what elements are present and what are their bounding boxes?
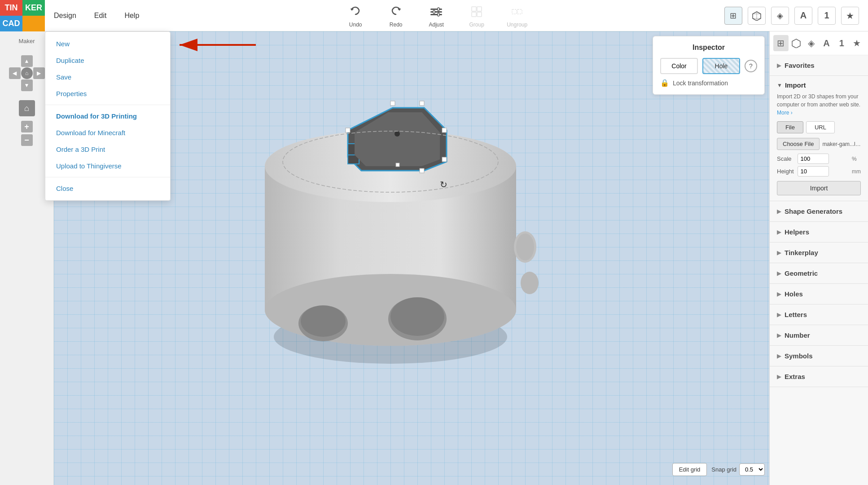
svg-rect-35 [442, 128, 447, 132]
menu-separator-1 [45, 105, 170, 105]
zoom-out-button[interactable]: − [21, 134, 33, 146]
edit-grid-button[interactable]: Edit grid [672, 463, 707, 476]
svg-rect-37 [420, 168, 424, 173]
number-arrow-icon: ▶ [777, 332, 781, 339]
tinkerplay-header[interactable]: ▶ Tinkerplay [770, 242, 868, 263]
symbols-arrow-icon: ▶ [777, 353, 781, 359]
sb-star-icon[interactable]: ★ [849, 35, 864, 51]
sb-grid-icon[interactable]: ⊞ [773, 35, 789, 51]
import-tabs: File URL [777, 121, 861, 133]
toolbar-center: Undo Redo Adjust [333, 4, 539, 28]
helpers-header[interactable]: ▶ Helpers [770, 222, 868, 242]
snap-grid-row: Snap grid 0.5 1 2 [711, 463, 765, 476]
import-file-name: maker-gam...logo.svg [822, 141, 861, 147]
logo: TIN KER CAD [0, 0, 45, 31]
favorites-arrow-icon: ▶ [777, 62, 781, 69]
nav-help[interactable]: Help [115, 0, 148, 31]
snap-grid-label: Snap grid [711, 466, 736, 473]
color-button[interactable]: Color [660, 58, 698, 74]
svg-rect-5 [438, 13, 439, 16]
view-number-icon[interactable]: 1 [818, 7, 836, 25]
ungroup-button[interactable]: Ungroup [504, 4, 530, 28]
nav-design[interactable]: Design [45, 0, 85, 31]
view-letter-icon[interactable]: A [794, 7, 812, 25]
help-button[interactable]: ? [745, 60, 757, 72]
menu-download-mc[interactable]: Download for Minecraft [45, 124, 170, 141]
undo-button[interactable]: Undo [342, 4, 369, 28]
import-tab-file[interactable]: File [777, 121, 803, 133]
extras-arrow-icon: ▶ [777, 374, 781, 380]
letters-header[interactable]: ▶ Letters [770, 304, 868, 325]
sidebar-symbols: ▶ Symbols [770, 346, 868, 366]
nav-arrow-up[interactable]: ▲ [21, 55, 33, 67]
nav-arrow-down[interactable]: ▼ [21, 79, 33, 91]
menu-properties[interactable]: Properties [45, 85, 170, 102]
nav-arrows-widget: ◀ ▶ ▲ ▼ ⌂ [9, 55, 45, 91]
menu-duplicate[interactable]: Duplicate [45, 52, 170, 69]
menu-save[interactable]: Save [45, 69, 170, 85]
lock-icon: 🔒 [660, 79, 669, 87]
menu-upload-thingiverse[interactable]: Upload to Thingiverse [45, 158, 170, 174]
import-description: Import 2D or 3D shapes from your compute… [777, 93, 861, 117]
number-header[interactable]: ▶ Number [770, 325, 868, 345]
geometric-header[interactable]: ▶ Geometric [770, 263, 868, 283]
inspector-color-row: Color Hole ? [660, 58, 757, 74]
view-star-icon[interactable]: ★ [841, 7, 859, 25]
import-title: ▼ Import [777, 81, 861, 89]
letters-arrow-icon: ▶ [777, 312, 781, 318]
svg-rect-33 [390, 101, 395, 106]
sb-1-icon[interactable]: 1 [834, 35, 849, 51]
menu-download-3d[interactable]: Download for 3D Printing [45, 108, 170, 124]
nav-edit[interactable]: Edit [85, 0, 116, 31]
menu-order-3d[interactable]: Order a 3D Print [45, 141, 170, 158]
sb-cube-icon[interactable] [789, 35, 804, 51]
hole-button[interactable]: Hole [702, 58, 740, 74]
redo-button[interactable]: Redo [382, 4, 409, 28]
favorites-header[interactable]: ▶ Favorites [770, 55, 868, 75]
right-sidebar: ⊞ ◈ A 1 ★ ▶ Favorites ▼ Import [769, 31, 868, 485]
svg-rect-10 [512, 9, 517, 14]
ungroup-icon [509, 4, 525, 20]
holes-header[interactable]: ▶ Holes [770, 284, 868, 304]
holes-label: Holes [785, 290, 803, 298]
sb-diamond-icon[interactable]: ◈ [804, 35, 819, 51]
height-input[interactable] [798, 166, 829, 176]
sb-a-icon[interactable]: A [819, 35, 834, 51]
adjust-button[interactable]: Adjust [423, 4, 450, 28]
view-shape-icon[interactable]: ◈ [771, 7, 789, 25]
svg-rect-2 [430, 14, 442, 15]
nav-menu: Design Edit Help [45, 0, 148, 31]
import-button[interactable]: Import [777, 181, 861, 195]
group-button[interactable]: Group [463, 4, 490, 28]
import-tab-url[interactable]: URL [806, 121, 835, 133]
zoom-in-button[interactable]: + [21, 121, 33, 132]
sidebar-top-icons: ⊞ ◈ A 1 ★ [770, 31, 868, 55]
group-icon [469, 4, 485, 20]
extras-header[interactable]: ▶ Extras [770, 366, 868, 387]
height-label: Height [777, 168, 794, 175]
menu-new[interactable]: New [45, 35, 170, 52]
sidebar-favorites: ▶ Favorites [770, 55, 868, 76]
nav-arrow-left[interactable]: ◀ [9, 67, 21, 79]
nav-arrow-center[interactable]: ⌂ [21, 67, 33, 79]
symbols-header[interactable]: ▶ Symbols [770, 346, 868, 366]
nav-arrow-right[interactable]: ▶ [33, 67, 45, 79]
svg-rect-36 [442, 157, 447, 162]
shape-generators-arrow-icon: ▶ [777, 208, 781, 215]
view-grid-icon[interactable]: ⊞ [724, 7, 742, 25]
shape-generators-header[interactable]: ▶ Shape Generators [770, 201, 868, 221]
snap-grid-select[interactable]: 0.5 1 2 [739, 463, 765, 476]
import-more-link[interactable]: More › [777, 110, 793, 116]
svg-rect-8 [472, 12, 476, 17]
choose-file-button[interactable]: Choose File [777, 138, 820, 150]
menu-close[interactable]: Close [45, 180, 170, 197]
view-cube-icon[interactable] [748, 7, 766, 25]
scale-input[interactable] [798, 154, 829, 164]
geometric-label: Geometric [785, 269, 818, 277]
svg-point-27 [516, 234, 534, 260]
home-view-button[interactable]: ⌂ [19, 100, 35, 116]
topbar: TIN KER CAD Design Edit Help Undo [0, 0, 868, 31]
zoom-controls: + − [21, 121, 33, 146]
svg-rect-7 [477, 7, 482, 11]
favorites-label: Favorites [785, 62, 815, 69]
